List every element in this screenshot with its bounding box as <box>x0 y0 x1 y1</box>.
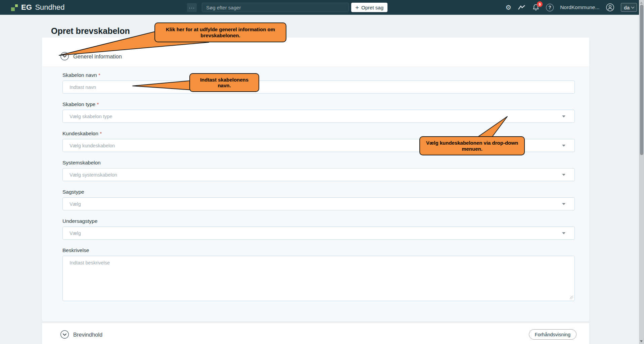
resize-handle-icon[interactable] <box>569 295 573 299</box>
activity-button[interactable] <box>518 4 526 10</box>
general-form: Skabelon navn * Skabelon type * Vælg ska… <box>42 66 589 321</box>
section-title-general: Generel information <box>73 53 122 60</box>
field-label: Skabelon type <box>62 101 95 107</box>
systemskabelon-select[interactable]: Vælg systemskabelon <box>62 168 575 181</box>
required-asterisk: * <box>97 101 99 107</box>
dropdown-caret-icon <box>562 203 565 205</box>
select-placeholder: Vælg <box>70 231 81 236</box>
select-placeholder: Vælg kundeskabelon <box>70 143 115 148</box>
callout-customer-template: Vælg kundeskabelonen via drop-down menue… <box>419 136 525 155</box>
section-header-general: Generel information <box>42 38 589 66</box>
trend-icon <box>518 4 526 10</box>
notifications-button[interactable]: 9 <box>532 4 540 11</box>
gear-icon: ⚙ <box>505 4 511 11</box>
select-placeholder: Vælg systemskabelon <box>70 172 117 178</box>
scroll-up-arrow[interactable] <box>640 2 643 4</box>
collapse-letter-content-button[interactable] <box>60 330 69 339</box>
callout-template-name: Indtast skabelonens navn. <box>189 73 259 92</box>
navbar-right-cluster: ⚙ 9 ? NordKommune... da <box>505 0 637 15</box>
field-label: Undersagstype <box>62 218 97 224</box>
collapse-general-button[interactable] <box>60 52 69 61</box>
avatar-icon <box>606 3 614 12</box>
eg-logo-icon <box>11 4 18 11</box>
field-undersagstype: Undersagstype Vælg <box>62 218 575 240</box>
language-value: da <box>624 5 630 10</box>
brand-name: EG <box>21 3 32 12</box>
required-asterisk: * <box>100 131 102 136</box>
help-icon: ? <box>546 4 554 11</box>
chevron-down-icon <box>631 5 635 8</box>
top-navbar: EG Sundhed ··· + Opret sag ⚙ 9 ? NordKom… <box>0 0 644 15</box>
skabelon-navn-input[interactable] <box>62 81 575 94</box>
scrollbar-thumb[interactable] <box>640 5 643 155</box>
ellipsis-icon: ··· <box>189 5 195 10</box>
field-systemskabelon: Systemskabelon Vælg systemskabelon <box>62 159 575 181</box>
beskrivelse-textarea[interactable] <box>62 256 575 301</box>
field-beskrivelse: Beskrivelse <box>62 247 575 301</box>
chevron-circle-icon <box>60 330 69 339</box>
select-placeholder: Vælg skabelon type <box>70 114 112 119</box>
more-menu-button[interactable]: ··· <box>187 3 197 12</box>
chevron-circle-icon <box>60 52 69 61</box>
letter-content-card: Brevindhold Forhåndsvisning <box>42 323 589 344</box>
field-label: Beskrivelse <box>62 247 89 253</box>
field-label: Kundeskabelon <box>62 131 98 136</box>
dropdown-caret-icon <box>562 174 565 176</box>
field-label: Skabelon navn <box>62 72 97 78</box>
plus-icon: + <box>355 4 359 11</box>
field-skabelon-navn: Skabelon navn * <box>62 72 575 94</box>
section-title-letter-content: Brevindhold <box>73 332 102 338</box>
help-button[interactable]: ? <box>546 4 554 11</box>
dropdown-caret-icon <box>562 145 565 147</box>
settings-button[interactable]: ⚙ <box>505 4 511 11</box>
dropdown-caret-icon <box>562 232 565 234</box>
skabelon-type-select[interactable]: Vælg skabelon type <box>62 110 575 123</box>
language-selector[interactable]: da <box>621 3 637 12</box>
app-brand: EG Sundhed <box>11 0 64 15</box>
create-case-button[interactable]: + Opret sag <box>351 3 387 12</box>
field-label: Sagstype <box>62 189 84 195</box>
page-title: Opret brevskabelon <box>51 26 130 36</box>
search-input[interactable] <box>202 3 349 12</box>
select-placeholder: Vælg <box>70 201 81 207</box>
undersagstype-select[interactable]: Vælg <box>62 227 575 240</box>
field-label: Systemskabelon <box>62 160 101 165</box>
product-name: Sundhed <box>35 3 64 12</box>
field-skabelon-type: Skabelon type * Vælg skabelon type <box>62 101 575 123</box>
notification-badge: 9 <box>537 1 543 7</box>
required-asterisk: * <box>98 72 100 78</box>
field-sagstype: Sagstype Vælg <box>62 189 575 210</box>
scroll-down-arrow[interactable] <box>640 340 643 342</box>
tenant-name: NordKommune... <box>560 4 599 10</box>
callout-general-information: Klik her for at udfylde generel informat… <box>154 22 286 42</box>
vertical-scrollbar <box>639 0 644 344</box>
profile-button[interactable] <box>606 3 614 12</box>
dropdown-caret-icon <box>562 115 565 117</box>
sagstype-select[interactable]: Vælg <box>62 197 575 210</box>
general-information-card: Generel information Skabelon navn * Skab… <box>42 38 589 321</box>
create-case-label: Opret sag <box>361 5 383 10</box>
preview-button[interactable]: Forhåndsvisning <box>529 329 577 340</box>
